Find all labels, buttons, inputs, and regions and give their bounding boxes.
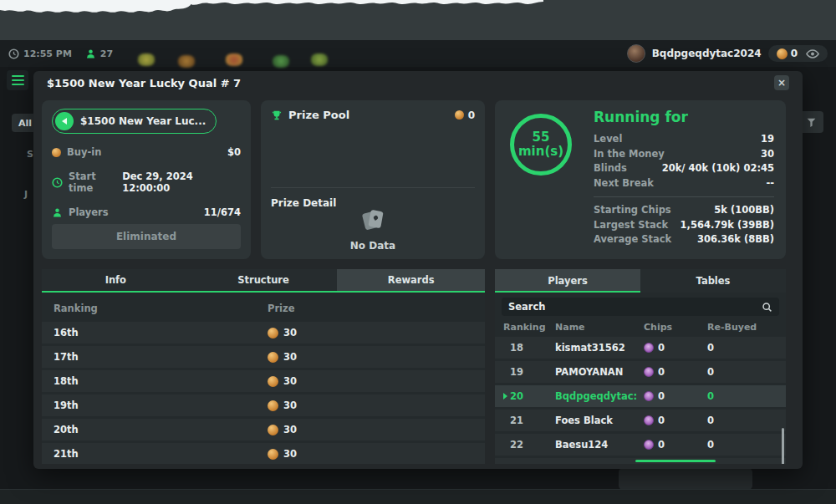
rewards-table-row: 16th 30 (42, 322, 485, 344)
players-table-row: 20 Bqdpgeqdytac: 0 0 (495, 385, 786, 407)
start-time-row: Start time Dec 29, 2024 12:00:00 (52, 171, 241, 194)
rewards-table-row: 21th 30 (42, 443, 485, 464)
players-panel: Players Tables Ranking Name Chips Re-Buy… (495, 269, 786, 464)
buyin-value: $0 (227, 146, 241, 158)
status-row: In the Money 30 (594, 147, 774, 162)
coin-icon (268, 400, 278, 411)
user-avatar[interactable] (627, 44, 645, 63)
coin-icon (455, 110, 464, 120)
players-table-row: 22 Baesu124 0 0 (495, 434, 786, 456)
players-count-value: 11/674 (204, 206, 241, 218)
search-input[interactable] (508, 301, 762, 313)
timer-unit: min(s) (518, 145, 563, 159)
player-search[interactable] (502, 298, 779, 316)
prize-pool-title: Prize Pool (288, 109, 349, 121)
prize-pool-card: Prize Pool 0 Prize Detail No Data (261, 100, 485, 259)
divider (271, 187, 475, 188)
eye-icon[interactable] (806, 49, 819, 59)
search-icon (762, 302, 772, 313)
chip-icon (644, 415, 654, 425)
money-decoration-icon (138, 53, 155, 66)
status-row: Level 19 (594, 132, 774, 147)
background-button (619, 468, 752, 490)
prize-detail-title: Prize Detail (271, 197, 336, 209)
coin-icon (268, 352, 278, 363)
players-table-row: 21 Foes Black 0 0 (495, 410, 786, 431)
modal-header: $1500 New Year Lucky Qual # 7 × (33, 71, 803, 94)
start-time-value: Dec 29, 2024 12:00:00 (122, 171, 241, 194)
no-data-text: No Data (261, 240, 485, 252)
balance-pill[interactable]: 0 (768, 45, 828, 62)
snow-decoration (0, 0, 836, 17)
tab[interactable]: Players (495, 269, 640, 293)
players-horizontal-scrollbar[interactable] (635, 460, 716, 462)
prize-pool-value: 0 (468, 109, 475, 121)
current-time: 12:55 PM (23, 48, 72, 59)
chip-icon (644, 367, 654, 377)
coin-icon (268, 449, 278, 460)
buyin-row: Buy-in $0 (52, 146, 241, 158)
tournament-modal: $1500 New Year Lucky Qual # 7 × $1500 Ne… (33, 71, 803, 469)
close-button[interactable]: × (774, 75, 789, 90)
rewards-table-body: 16th 30 17th 30 18th (42, 322, 485, 464)
coin-icon (52, 148, 61, 157)
stack-row: Average Stack 306.36k (8BB) (594, 232, 774, 247)
prize-header: Prize (268, 303, 295, 314)
tournament-back-icon (55, 112, 74, 130)
players-icon (52, 207, 63, 218)
rewards-table-row: 18th 30 (42, 370, 485, 392)
background-column-letter: J (24, 189, 28, 200)
money-decoration-icon (226, 53, 242, 66)
online-count: 27 (100, 48, 113, 59)
clock-icon (8, 48, 19, 59)
players-scrollbar[interactable] (782, 428, 784, 464)
coin-icon (777, 48, 788, 59)
divider (594, 196, 774, 197)
running-timer: 55 min(s) (510, 114, 572, 176)
current-player-marker (503, 393, 507, 400)
status-rows: Level 19 In the Money 30 Blinds 20k/ 40k… (594, 132, 774, 191)
tab[interactable]: Tables (640, 269, 786, 293)
players-tabbar: Players Tables (495, 269, 786, 293)
players-table-row: 18 kismat31562 0 0 (495, 337, 786, 359)
empty-cards-icon (362, 209, 384, 232)
tab[interactable]: Rewards (337, 269, 485, 291)
status-row: Next Break -- (594, 176, 774, 191)
players-online-icon (85, 48, 96, 59)
page-bottom-strip (0, 489, 836, 504)
tournament-pill[interactable]: $1500 New Year Luc... (52, 109, 217, 134)
chip-icon (644, 391, 654, 401)
clock-icon (52, 177, 63, 188)
running-status-card: 55 min(s) Running for Level 19 In the Mo… (495, 100, 786, 259)
players-table-header: Ranking Name Chips Re-Buyed (495, 319, 786, 334)
status-eliminated-button[interactable]: Eliminated (52, 224, 241, 249)
players-table-row: 19 PAMOYANAN 0 0 (495, 361, 786, 383)
rewards-table-row: 17th 30 (42, 346, 485, 368)
timer-value: 55 (533, 130, 550, 145)
rewards-table-header: Ranking Prize (42, 298, 485, 319)
status-row: Blinds 20k/ 40k (10k) 02:45 (594, 161, 774, 176)
running-for-heading: Running for (594, 109, 774, 125)
coin-icon (268, 376, 278, 387)
coin-balance: 0 (791, 48, 798, 59)
rewards-tabbar: Info Structure Rewards (42, 269, 485, 293)
players-row: Players 11/674 (52, 206, 241, 218)
username[interactable]: Bqdpgeqdytac2024 (652, 48, 762, 59)
menu-button[interactable] (7, 70, 28, 90)
stack-row: Largest Stack 1,564.79k (39BB) (594, 218, 774, 233)
tab[interactable]: Info (42, 269, 190, 291)
stack-rows: Starting Chips 5k (100BB) Largest Stack … (594, 203, 774, 247)
rewards-table-row: 19th 30 (42, 395, 485, 416)
app-bar: 12:55 PM 27 Bqdpgeqdytac2024 0 (0, 40, 836, 67)
chip-icon (644, 440, 654, 450)
funnel-icon (806, 117, 817, 128)
coin-icon (268, 425, 278, 435)
tournament-overview-card: $1500 New Year Luc... Buy-in $0 Start ti… (42, 100, 251, 259)
top-banner (0, 0, 836, 40)
players-table-body: 18 kismat31562 0 0 19 PAMOYANAN 0 0 20 B… (495, 337, 786, 464)
money-decoration-icon (273, 55, 289, 68)
tab[interactable]: Structure (190, 269, 338, 291)
modal-title: $1500 New Year Lucky Qual # 7 (47, 77, 241, 89)
online-stat: 27 (85, 48, 113, 59)
coin-icon (268, 328, 278, 339)
